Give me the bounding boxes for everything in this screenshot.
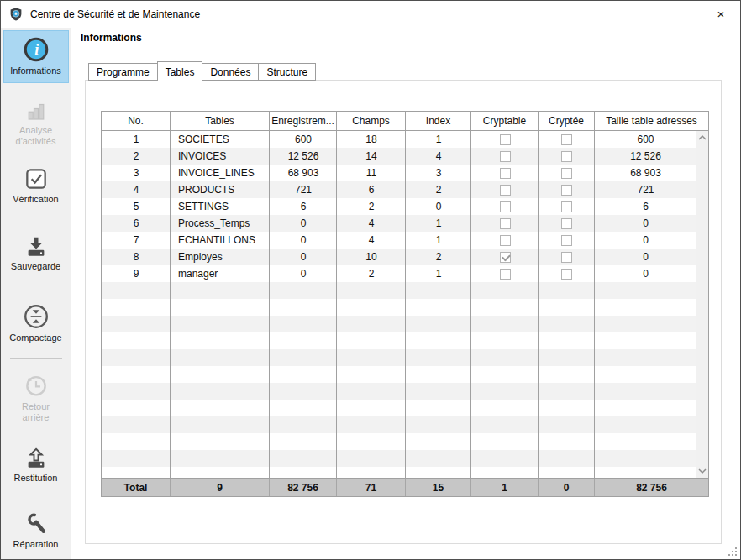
table-header: No. Tables Enregistrem... Champs Index C…: [102, 112, 708, 131]
table-row[interactable]: 8Employes01020: [102, 249, 708, 265]
tab-programme[interactable]: Programme: [88, 63, 158, 81]
cell-index: 1: [406, 265, 471, 282]
cell-records: 0: [270, 265, 337, 282]
total-size: 82 756: [595, 479, 708, 496]
close-button[interactable]: ×: [702, 1, 740, 27]
cell-no: 4: [102, 181, 171, 198]
sidebar: i Informations Analyse d'activités: [1, 28, 71, 559]
cryptee-checkbox: [539, 181, 595, 198]
info-icon: i: [22, 35, 50, 64]
cell-index: 1: [406, 131, 471, 148]
cryptee-checkbox: [539, 165, 595, 181]
table-row[interactable]: 5SETTINGS6206: [102, 198, 708, 215]
table-row[interactable]: 1SOCIETES600181600: [102, 131, 708, 148]
total-row: Total 9 82 756 71 15 1 0 82 756: [102, 479, 708, 496]
wrench-icon: [23, 510, 50, 537]
cell-fields: 10: [337, 249, 406, 265]
history-clock-icon: [22, 371, 50, 400]
sidebar-item-compactage[interactable]: Compactage: [3, 297, 69, 350]
column-header-no[interactable]: No.: [102, 112, 171, 130]
table-row[interactable]: 4PRODUCTS72162721: [102, 181, 708, 198]
window-title: Centre de Sécurité et de Maintenance: [30, 8, 200, 20]
total-cryptable: 1: [471, 479, 539, 496]
sidebar-item-sauvegarde[interactable]: Sauvegarde: [3, 229, 69, 279]
table-row[interactable]: 7ECHANTILLONS0410: [102, 232, 708, 249]
tab-structure[interactable]: Structure: [258, 63, 316, 81]
cell-fields: 14: [337, 148, 406, 165]
checkbox-icon: [561, 269, 572, 280]
cell-no: 1: [102, 131, 171, 148]
cell-index: 0: [406, 198, 471, 215]
column-header-cryptable[interactable]: Cryptable: [471, 112, 539, 130]
cryptee-checkbox: [539, 148, 595, 165]
checkbox-icon: [561, 218, 572, 229]
total-tables: 9: [171, 479, 270, 496]
check-square-icon: [23, 165, 50, 192]
cell-no: 3: [102, 165, 171, 181]
cryptee-checkbox: [539, 198, 595, 215]
cryptee-checkbox: [539, 215, 595, 232]
total-fields: 71: [337, 479, 406, 496]
cell-records: 721: [270, 181, 337, 198]
scroll-down-icon[interactable]: [697, 468, 707, 474]
sidebar-item-informations[interactable]: i Informations: [3, 30, 69, 83]
table-row[interactable]: 9manager0210: [102, 265, 708, 282]
checkbox-icon: [561, 235, 572, 246]
cell-size: 68 903: [595, 165, 696, 181]
cell-records: 12 526: [270, 148, 337, 165]
total-index: 15: [406, 479, 471, 496]
cell-no: 5: [102, 198, 171, 215]
table-rows: 1SOCIETES6001816002INVOICES12 52614412 5…: [102, 131, 708, 282]
cell-records: 0: [270, 232, 337, 249]
resize-grip[interactable]: [728, 547, 737, 556]
cell-index: 2: [406, 181, 471, 198]
checkbox-icon: [500, 168, 511, 179]
cryptable-checkbox: [471, 165, 539, 181]
cryptable-checkbox: [471, 215, 539, 232]
table-row[interactable]: 3INVOICE_LINES68 90311368 903: [102, 165, 708, 181]
checkbox-icon: [500, 151, 511, 162]
checkbox-icon: [500, 218, 511, 229]
cryptable-checkbox: [471, 249, 539, 265]
checkbox-icon: [500, 269, 511, 280]
column-header-index[interactable]: Index: [406, 112, 471, 130]
cryptee-checkbox: [539, 131, 595, 148]
svg-text:i: i: [34, 41, 39, 58]
cryptee-checkbox: [539, 265, 595, 282]
cryptee-checkbox: [539, 232, 595, 249]
total-records: 82 756: [270, 479, 337, 496]
column-header-cryptee[interactable]: Cryptée: [539, 112, 595, 130]
checkbox-icon: [561, 185, 572, 196]
total-cryptee: 0: [539, 479, 595, 496]
backup-down-icon: [23, 234, 50, 259]
sidebar-item-restitution[interactable]: Restitution: [3, 441, 69, 490]
table-row[interactable]: 2INVOICES12 52614412 526: [102, 148, 708, 165]
cell-table-name: manager: [171, 265, 270, 282]
cell-index: 1: [406, 232, 471, 249]
tab-donnees[interactable]: Données: [202, 63, 259, 81]
checkbox-icon: [561, 151, 572, 162]
tab-tables[interactable]: Tables: [157, 61, 203, 81]
app-window: Centre de Sécurité et de Maintenance × i…: [0, 0, 741, 560]
column-header-taille[interactable]: Taille table adresses: [595, 112, 708, 130]
cell-fields: 2: [337, 198, 406, 215]
sidebar-item-retour-arriere: Retour arrière: [3, 366, 69, 430]
total-label: Total: [102, 479, 171, 496]
cell-table-name: INVOICE_LINES: [171, 165, 270, 181]
column-header-tables[interactable]: Tables: [171, 112, 270, 130]
checkbox-icon: [561, 252, 572, 263]
cell-size: 721: [595, 181, 696, 198]
scroll-up-icon[interactable]: [697, 134, 707, 141]
column-header-records[interactable]: Enregistrem...: [270, 112, 337, 130]
cell-records: 600: [270, 131, 337, 148]
vertical-scrollbar[interactable]: [696, 131, 708, 478]
sidebar-item-verification[interactable]: Vérification: [3, 160, 69, 212]
checkbox-checked-icon: [500, 252, 511, 263]
cell-no: 6: [102, 215, 171, 232]
cell-fields: 6: [337, 181, 406, 198]
sidebar-item-reparation[interactable]: Réparation: [3, 505, 69, 557]
cell-size: 0: [595, 265, 696, 282]
cell-table-name: INVOICES: [171, 148, 270, 165]
column-header-champs[interactable]: Champs: [337, 112, 406, 130]
table-row[interactable]: 6Process_Temps0410: [102, 215, 708, 232]
